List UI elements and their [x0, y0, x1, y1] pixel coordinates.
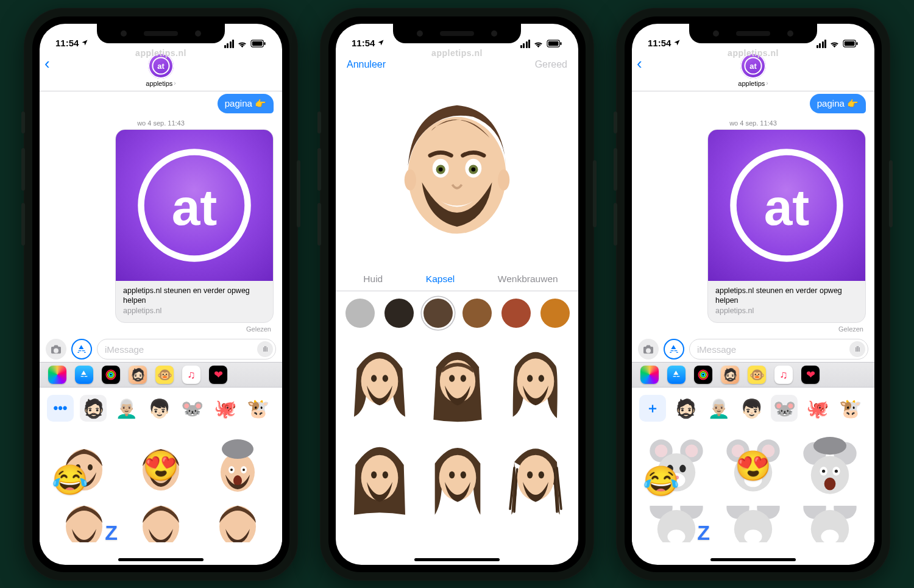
imessage-app-strip[interactable]: 🧔🏻 🐵 ♫ ❤ — [40, 362, 282, 388]
animoji-app-icon[interactable]: 🐵 — [748, 366, 766, 384]
hairstyle-option[interactable] — [421, 338, 494, 428]
memoji-selector-row[interactable]: ••• 🧔🏻 👨🏼‍🦳 👦🏻 🐭 🐙 🐮 — [40, 391, 282, 425]
memoji-sticker[interactable] — [202, 431, 274, 503]
memoji-item[interactable]: 👦🏻 — [738, 395, 765, 422]
hairstyle-option[interactable] — [499, 338, 572, 428]
color-swatch[interactable] — [501, 299, 531, 328]
memoji-sticker[interactable] — [717, 506, 789, 542]
memoji-item-selected[interactable]: 🐭 — [771, 395, 798, 422]
svg-point-32 — [439, 167, 443, 171]
imessage-app-strip[interactable]: 🧔🏻 🐵 ♫ ❤ — [632, 362, 874, 388]
memoji-app-icon[interactable]: 🧔🏻 — [129, 366, 147, 384]
memoji-sticker[interactable] — [794, 431, 866, 503]
svg-point-21 — [66, 506, 102, 542]
message-placeholder: iMessage — [105, 344, 144, 355]
hairstyle-option[interactable] — [343, 433, 416, 523]
camera-button[interactable] — [46, 339, 66, 360]
activity-app-icon[interactable] — [102, 366, 120, 384]
app-store-button[interactable] — [71, 339, 92, 360]
back-button[interactable]: ‹ — [637, 54, 642, 73]
memoji-item[interactable]: 🐮 — [244, 395, 271, 422]
tab-skin[interactable]: Huid — [363, 274, 383, 285]
sent-message-bubble[interactable]: pagina 👉 — [810, 94, 866, 113]
memoji-sticker[interactable]: Z — [48, 506, 120, 542]
memoji-sticker[interactable]: 😍 — [717, 431, 789, 503]
memoji-item[interactable]: 🐙 — [211, 395, 238, 422]
memoji-sticker[interactable]: Z — [640, 506, 712, 542]
message-input[interactable]: iMessage ıllı — [97, 339, 276, 360]
memoji-item[interactable]: 🐭 — [179, 395, 205, 422]
digital-touch-app-icon[interactable]: ❤ — [209, 366, 227, 384]
animoji-app-icon[interactable]: 🐵 — [155, 366, 174, 384]
hairstyle-option[interactable] — [421, 433, 494, 523]
link-preview-card[interactable]: at appletips.nl steunen en verder opweg … — [115, 129, 274, 324]
status-time: 11:54 — [55, 38, 88, 48]
svg-point-38 — [383, 375, 388, 382]
editor-category-tabs[interactable]: Huid Kapsel Wenkbrauwen — [336, 271, 578, 291]
memoji-more-button[interactable]: ••• — [47, 395, 74, 422]
svg-point-70 — [655, 445, 668, 458]
color-swatch[interactable] — [540, 299, 570, 328]
color-swatch-selected[interactable] — [423, 299, 453, 328]
conversation-body[interactable]: pagina 👉 wo 4 sep. 11:43 at appletips.nl… — [40, 91, 282, 337]
hairstyle-grid[interactable] — [336, 335, 578, 523]
memoji-sticker-grid[interactable]: 😂 😍 Z — [40, 425, 282, 542]
done-button[interactable]: Gereed — [535, 59, 567, 70]
contact-avatar[interactable]: at — [148, 53, 174, 79]
memoji-selector-row[interactable]: ＋ 🧔🏻 👨🏼‍🦳 👦🏻 🐭 🐙 🐮 — [632, 391, 874, 425]
store-app-icon[interactable] — [667, 366, 685, 384]
activity-app-icon[interactable] — [694, 366, 712, 384]
memoji-drawer[interactable]: ＋ 🧔🏻 👨🏼‍🦳 👦🏻 🐭 🐙 🐮 😂 😍 Z — [632, 388, 874, 542]
music-app-icon[interactable]: ♫ — [774, 366, 793, 384]
store-app-icon[interactable] — [75, 366, 93, 384]
memoji-preview[interactable] — [336, 70, 578, 271]
camera-button[interactable] — [638, 339, 659, 360]
memoji-item[interactable]: 👨🏼‍🦳 — [705, 395, 732, 422]
memoji-item[interactable]: 🐮 — [837, 395, 863, 422]
cancel-button[interactable]: Annuleer — [347, 59, 386, 70]
memoji-item[interactable]: 👨🏼‍🦳 — [113, 395, 140, 422]
memoji-item[interactable]: 👦🏻 — [146, 395, 172, 422]
memoji-sticker-grid[interactable]: 😂 😍 Z — [632, 425, 874, 542]
phone-frame-left: 11:54 appletips.nl ‹ at appletips› pagin… — [24, 8, 298, 581]
memoji-sticker[interactable]: 😂 — [640, 431, 712, 503]
music-app-icon[interactable]: ♫ — [182, 366, 200, 384]
memoji-item-selected[interactable]: 🧔🏻 — [80, 395, 107, 422]
svg-rect-1 — [252, 41, 263, 46]
color-swatch[interactable] — [462, 299, 492, 328]
color-swatch[interactable] — [384, 299, 414, 328]
link-preview-card[interactable]: at appletips.nl steunen en verder opweg … — [707, 129, 866, 324]
memoji-drawer[interactable]: ••• 🧔🏻 👨🏼‍🦳 👦🏻 🐭 🐙 🐮 😂 😍 Z — [40, 388, 282, 542]
color-swatch[interactable] — [345, 299, 375, 328]
memoji-item[interactable]: 🧔🏻 — [672, 395, 699, 422]
contact-name-row[interactable]: appletips› — [40, 80, 282, 87]
memoji-sticker[interactable]: 😂 — [48, 431, 120, 503]
tab-eyebrows[interactable]: Wenkbrauwen — [498, 274, 558, 285]
memoji-sticker[interactable] — [794, 506, 866, 542]
hair-color-swatches[interactable] — [336, 291, 578, 335]
digital-touch-app-icon[interactable]: ❤ — [801, 366, 820, 384]
conversation-body[interactable]: pagina 👉 wo 4 sep. 11:43 at appletips.nl… — [632, 91, 874, 337]
memoji-app-icon[interactable]: 🧔🏻 — [721, 366, 739, 384]
message-input[interactable]: iMessage ıllı — [689, 339, 868, 360]
cellular-icon — [224, 40, 235, 48]
contact-name-row[interactable]: appletips› — [632, 80, 874, 87]
hairstyle-option[interactable] — [343, 338, 416, 428]
svg-rect-26 — [560, 42, 561, 45]
audio-waveform-icon[interactable]: ıllı — [849, 341, 865, 357]
tab-hairstyle[interactable]: Kapsel — [426, 274, 455, 285]
svg-point-36 — [361, 358, 399, 404]
memoji-sticker[interactable] — [125, 506, 197, 542]
memoji-item[interactable]: 🐙 — [804, 395, 831, 422]
audio-waveform-icon[interactable]: ıllı — [257, 341, 273, 357]
back-button[interactable]: ‹ — [44, 54, 50, 73]
memoji-sticker[interactable]: 😍 — [125, 431, 197, 503]
photos-app-icon[interactable] — [48, 366, 66, 384]
contact-avatar[interactable]: at — [740, 53, 766, 79]
memoji-add-button[interactable]: ＋ — [639, 395, 666, 422]
hairstyle-option[interactable] — [499, 433, 572, 523]
app-store-button[interactable] — [664, 339, 684, 360]
sent-message-bubble[interactable]: pagina 👉 — [218, 94, 274, 113]
memoji-sticker[interactable] — [202, 506, 274, 542]
photos-app-icon[interactable] — [640, 366, 659, 384]
